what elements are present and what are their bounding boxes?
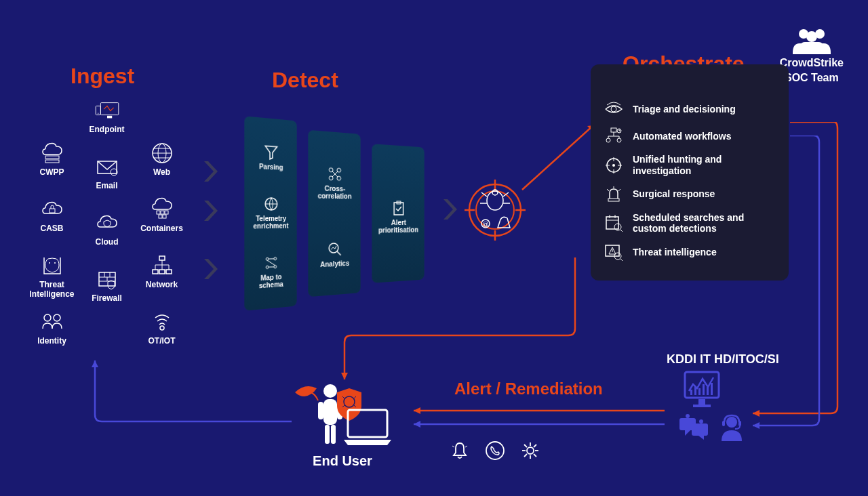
arrow-enduser-to-ingest — [88, 354, 298, 435]
ingest-firewall: Firewall — [82, 267, 132, 303]
ingest-section: Endpoint CWPP Email Web CASB Cloud Conta… — [27, 98, 186, 346]
svg-line-100 — [620, 230, 623, 232]
svg-point-144 — [486, 442, 504, 459]
ingest-web: Web — [137, 141, 186, 190]
footer-icons — [450, 440, 540, 461]
chevron-right-icon — [199, 159, 224, 184]
svg-point-145 — [527, 447, 534, 454]
svg-point-22 — [49, 262, 50, 264]
bell-icon — [450, 440, 470, 461]
svg-rect-7 — [45, 156, 59, 159]
team-icon — [791, 27, 832, 54]
chevron-right-icon — [438, 197, 464, 222]
bug-target-icon: @ — [461, 176, 529, 244]
svg-rect-131 — [323, 399, 337, 425]
globe-enrich-icon — [263, 196, 279, 212]
chat-icon — [678, 414, 711, 441]
detect-panel-1: Parsing Telemetry enrichment Map to sche… — [244, 116, 296, 310]
svg-rect-123 — [722, 421, 725, 426]
svg-rect-124 — [738, 421, 741, 426]
chevron-right-icon — [199, 256, 224, 282]
svg-line-104 — [620, 259, 623, 261]
detect-panel-2: Cross-correlation Analytics — [308, 130, 360, 297]
email-icon — [95, 154, 119, 179]
svg-point-122 — [726, 417, 737, 428]
ingest-containers: Containers — [137, 197, 186, 247]
alert-remediation-label: Alert / Remediation — [454, 379, 603, 398]
svg-marker-154 — [92, 360, 98, 367]
svg-point-44 — [274, 257, 277, 260]
svg-line-150 — [524, 445, 527, 447]
svg-point-121 — [699, 419, 703, 423]
siren-icon — [604, 185, 623, 204]
phone-icon — [485, 440, 505, 461]
soc-label-1: CrowdStrike — [780, 57, 844, 69]
svg-marker-126 — [414, 407, 420, 414]
ingest-otiot: OT/IOT — [137, 310, 186, 346]
gear-icon — [520, 440, 540, 461]
svg-rect-4 — [107, 116, 112, 119]
detect-panel-3: Alert prioritisation — [372, 144, 424, 283]
ingest-cloud: Cloud — [82, 211, 132, 247]
svg-rect-108 — [698, 399, 705, 405]
svg-rect-114 — [707, 387, 709, 395]
svg-rect-77 — [611, 128, 616, 132]
svg-point-39 — [44, 314, 51, 321]
firewall-icon — [95, 267, 119, 291]
svg-rect-109 — [693, 405, 711, 407]
svg-point-120 — [686, 414, 690, 418]
svg-line-151 — [534, 454, 536, 457]
svg-line-57 — [337, 251, 341, 255]
brain-icon — [40, 253, 64, 278]
globe-icon — [150, 141, 174, 165]
svg-point-40 — [54, 314, 60, 321]
dashboard-icon — [678, 369, 726, 410]
svg-rect-95 — [606, 217, 618, 229]
svg-marker-117 — [685, 430, 690, 436]
svg-rect-19 — [165, 211, 168, 214]
containers-icon — [150, 197, 174, 222]
svg-point-2 — [806, 31, 817, 42]
signal-icon — [150, 310, 174, 334]
svg-point-46 — [274, 265, 277, 268]
svg-point-23 — [54, 262, 56, 264]
svg-line-142 — [452, 446, 454, 447]
svg-text:@: @ — [482, 221, 488, 228]
svg-rect-30 — [159, 256, 165, 260]
detect-heading: Detect — [272, 68, 338, 93]
svg-rect-132 — [318, 402, 323, 419]
ingest-cwpp: CWPP — [27, 141, 77, 190]
svg-point-90 — [612, 164, 615, 167]
svg-rect-58 — [394, 202, 403, 214]
svg-rect-31 — [153, 270, 158, 274]
map-icon — [263, 254, 279, 271]
soc-team-badge: CrowdStrike SOC Team — [780, 27, 844, 84]
svg-rect-17 — [157, 211, 160, 214]
kddi-label: KDDI IT HD/ITOC/SI — [667, 352, 779, 367]
svg-rect-118 — [692, 423, 708, 436]
workflow-icon — [604, 127, 623, 146]
identity-icon — [40, 310, 64, 334]
svg-marker-119 — [698, 436, 704, 440]
arrow-kddi-to-enduser-orange — [407, 405, 668, 432]
orchestrate-box: Triage and decisioning Automated workflo… — [591, 64, 789, 281]
svg-rect-112 — [698, 388, 701, 395]
network-icon — [150, 253, 174, 278]
endpoint-label: Endpoint — [90, 125, 125, 134]
svg-line-49 — [267, 260, 275, 266]
svg-rect-32 — [159, 270, 165, 274]
magnify-alert-icon — [604, 243, 623, 262]
ingest-network: Network — [137, 253, 186, 303]
svg-line-143 — [465, 446, 467, 447]
ingest-endpoint: Endpoint — [70, 98, 144, 134]
svg-marker-128 — [414, 421, 420, 428]
svg-line-93 — [618, 189, 620, 191]
svg-point-66 — [487, 191, 503, 210]
svg-point-79 — [617, 138, 621, 142]
ingest-casb: CASB — [27, 197, 77, 247]
crosshair-icon — [604, 156, 623, 175]
end-user-icon — [288, 376, 397, 451]
svg-line-153 — [524, 454, 527, 457]
svg-point-130 — [323, 384, 337, 398]
svg-rect-33 — [166, 270, 172, 274]
